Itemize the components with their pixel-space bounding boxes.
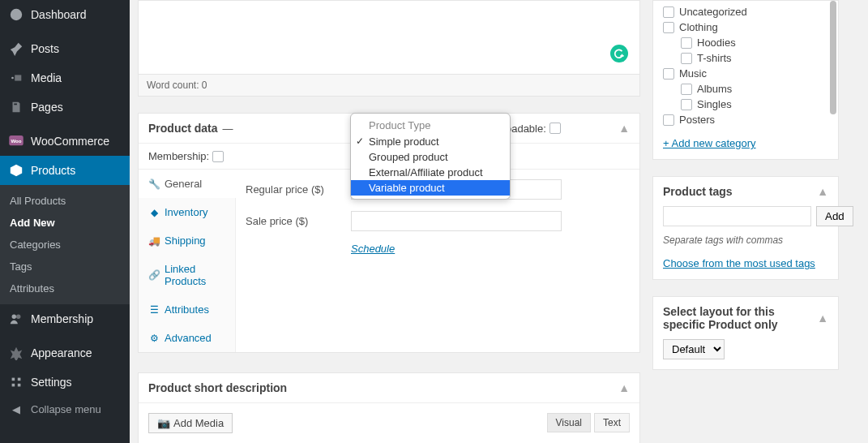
membership-label: Membership:	[148, 150, 209, 162]
membership-checkbox[interactable]	[212, 151, 224, 162]
submenu-tags[interactable]: Tags	[0, 256, 130, 277]
tags-input[interactable]	[663, 206, 811, 226]
category-checkbox[interactable]	[663, 22, 674, 33]
category-label: Hoodies	[697, 37, 736, 49]
category-item[interactable]: T-shirts	[663, 50, 828, 66]
product-data-title: Product data	[148, 122, 218, 135]
category-checkbox[interactable]	[663, 114, 674, 126]
collapse-label: Collapse menu	[31, 403, 101, 415]
add-tag-button[interactable]: Add	[816, 206, 853, 226]
tab-label: General	[165, 178, 202, 190]
category-item[interactable]: Posters	[663, 112, 828, 127]
submenu-all-products[interactable]: All Products	[0, 190, 130, 212]
category-item[interactable]: Singles	[663, 97, 828, 112]
tab-attributes[interactable]: ☰Attributes	[139, 295, 235, 324]
text-tab[interactable]: Text	[594, 413, 630, 432]
menu-settings[interactable]: Settings	[0, 368, 130, 397]
category-item[interactable]: Hoodies	[663, 35, 828, 50]
add-media-button[interactable]: 📷Add Media	[148, 413, 233, 433]
tab-shipping[interactable]: 🚚Shipping	[139, 226, 235, 255]
schedule-link[interactable]: Schedule	[351, 243, 395, 255]
svg-text:Woo: Woo	[11, 138, 21, 144]
category-checkbox[interactable]	[681, 99, 692, 110]
category-label: Clothing	[679, 21, 718, 33]
menu-appearance[interactable]: Appearance	[0, 338, 130, 368]
category-item[interactable]: Albums	[663, 81, 828, 97]
tab-advanced[interactable]: ⚙Advanced	[139, 324, 235, 352]
menu-label: Dashboard	[31, 8, 87, 21]
category-checkbox[interactable]	[681, 84, 692, 95]
menu-dashboard[interactable]: Dashboard	[0, 0, 130, 29]
tags-hint: Separate tags with commas	[663, 234, 828, 246]
panel-toggle[interactable]: ▲	[817, 312, 828, 325]
category-item[interactable]: Clothing	[663, 19, 828, 35]
tab-label: Shipping	[165, 234, 206, 247]
tab-linked-products[interactable]: 🔗Linked Products	[139, 255, 235, 295]
menu-pages[interactable]: Pages	[0, 92, 130, 122]
panel-toggle[interactable]: ▲	[618, 381, 630, 394]
menu-woocommerce[interactable]: WooWooCommerce	[0, 127, 130, 156]
sale-price-input[interactable]	[351, 211, 562, 231]
layout-select[interactable]: Default	[663, 339, 725, 359]
panel-toggle[interactable]: ▲	[817, 185, 828, 198]
editor-status-bar: Word count: 0	[138, 75, 640, 97]
menu-label: WooCommerce	[31, 135, 109, 148]
sale-price-label: Sale price ($)	[246, 215, 351, 227]
menu-membership[interactable]: Membership	[0, 304, 130, 333]
svg-rect-7	[12, 384, 15, 387]
pin-icon	[8, 41, 24, 57]
menu-posts[interactable]: Posts	[0, 34, 130, 63]
svg-rect-5	[12, 378, 15, 381]
grammarly-icon[interactable]	[610, 45, 628, 62]
dropdown-option-external[interactable]: External/Affiliate product	[351, 165, 510, 180]
membership-icon	[8, 311, 24, 327]
collapse-icon: ◀	[8, 403, 24, 415]
inventory-icon: ◆	[148, 207, 160, 218]
dropdown-option-variable[interactable]: Variable product	[351, 180, 510, 196]
admin-sidebar: Dashboard Posts Media Pages WooWooCommer…	[0, 0, 130, 443]
category-label: Posters	[679, 114, 715, 126]
dropdown-option-simple[interactable]: Simple product	[351, 134, 510, 149]
downloadable-checkbox[interactable]	[549, 123, 561, 134]
gear-icon: ⚙	[148, 333, 160, 344]
category-checkbox[interactable]	[663, 6, 674, 18]
content-editor[interactable]	[138, 0, 640, 75]
category-item[interactable]: Uncategorized	[663, 4, 828, 19]
short-description-panel: Product short description▲ 📷Add Media Vi…	[138, 372, 640, 443]
svg-point-3	[12, 315, 16, 319]
list-icon: ☰	[148, 304, 160, 316]
layout-box: Select layout for this specific Product …	[652, 296, 839, 370]
collapse-menu[interactable]: ◀Collapse menu	[0, 397, 130, 422]
tab-general[interactable]: 🔧General	[139, 170, 236, 198]
meta-sidebar: Uncategorized Clothing Hoodies T-shirts …	[652, 0, 839, 443]
menu-media[interactable]: Media	[0, 63, 130, 92]
link-icon: 🔗	[148, 269, 160, 281]
svg-rect-8	[18, 384, 21, 387]
submenu-attributes[interactable]: Attributes	[0, 277, 130, 299]
visual-tab[interactable]: Visual	[547, 413, 591, 432]
dropdown-group-label: Product Type	[351, 117, 510, 134]
category-checkbox[interactable]	[681, 53, 692, 64]
tab-inventory[interactable]: ◆Inventory	[139, 198, 235, 226]
choose-tags-link[interactable]: Choose from the most used tags	[663, 257, 815, 269]
media-icon	[8, 70, 24, 86]
submenu-categories[interactable]: Categories	[0, 234, 130, 256]
add-new-category-link[interactable]: + Add new category	[663, 137, 756, 149]
submenu-add-new[interactable]: Add New	[0, 212, 130, 234]
menu-label: Media	[31, 71, 62, 84]
scrollbar[interactable]	[830, 1, 836, 114]
category-label: Uncategorized	[679, 6, 747, 18]
scrollbar-thumb[interactable]	[830, 1, 836, 114]
product-data-tabs: 🔧General ◆Inventory 🚚Shipping 🔗Linked Pr…	[139, 170, 236, 352]
category-checkbox[interactable]	[681, 37, 692, 49]
dropdown-option-grouped[interactable]: Grouped product	[351, 149, 510, 165]
product-type-dropdown[interactable]: Product Type Simple product Grouped prod…	[350, 113, 511, 200]
category-item[interactable]: Music	[663, 66, 828, 81]
svg-point-0	[11, 77, 14, 80]
panel-toggle[interactable]: ▲	[618, 122, 630, 135]
woocommerce-icon: Woo	[8, 133, 24, 149]
tags-title: Product tags	[663, 185, 733, 198]
products-icon	[8, 162, 24, 178]
menu-products[interactable]: Products	[0, 156, 130, 185]
category-checkbox[interactable]	[663, 68, 674, 80]
